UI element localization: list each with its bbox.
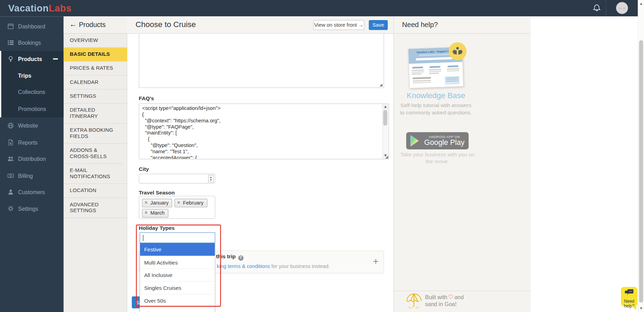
sidebar-item-settings[interactable]: Settings: [0, 200, 64, 217]
spin-up-icon[interactable]: ▲: [210, 176, 212, 178]
travel-season-multiselect[interactable]: ×January×February ×March: [139, 196, 215, 219]
option-multi-activities[interactable]: Multi Activities: [140, 256, 215, 269]
help-question-icon[interactable]: ?: [238, 255, 243, 261]
sidebar-item-label: Collections: [18, 89, 45, 95]
billing-icon: [7, 172, 14, 179]
heart-icon: ♡: [448, 294, 454, 301]
scroll-up-icon[interactable]: ▲: [383, 104, 388, 110]
sidebar-item-label: Products: [18, 56, 42, 62]
beach-umbrella-icon: [405, 292, 423, 310]
thumb-subtitle-bar: [419, 54, 451, 56]
page-header: Choose to Cruise View on store front → S…: [127, 16, 393, 34]
app-window: VacationLabs 50 x 50 Dashboard Bookings …: [0, 0, 644, 312]
option-discovery-tours[interactable]: Discovery Tours: [140, 307, 215, 312]
faq-textarea[interactable]: <script type="application/ld+json"> { "@…: [139, 103, 389, 159]
travel-season-label: Travel Season: [139, 190, 175, 196]
page-background: [531, 16, 638, 312]
sidebar-item-distribution[interactable]: Distribution: [0, 151, 64, 167]
sidebar-item-bookings[interactable]: Bookings: [0, 34, 64, 51]
help-panel-title: Need help?: [402, 21, 438, 29]
page-scrollbar[interactable]: ▲ ▼: [638, 0, 644, 312]
tab-extra-booking-fields[interactable]: EXTRA BOOKING FIELDS: [64, 123, 128, 144]
report-icon: [7, 139, 14, 146]
spin-down-icon[interactable]: ▼: [210, 179, 212, 181]
sidebar-item-label: Dashboard: [18, 23, 45, 29]
main-sidebar: Dashboard Bookings Products Trips Collec…: [0, 16, 64, 312]
view-on-storefront-button[interactable]: View on store front →: [314, 20, 364, 30]
holiday-types-search-input[interactable]: [140, 232, 215, 243]
scrollbar-thumb[interactable]: [383, 110, 387, 125]
season-tag-label: February: [183, 200, 204, 206]
option-festive[interactable]: Festive: [140, 243, 215, 256]
tab-location[interactable]: LOCATION: [64, 184, 128, 198]
back-arrow-icon: ←: [69, 20, 77, 29]
option-singles-cruises[interactable]: Singles Cruises: [140, 281, 215, 294]
reading-book-icon: [452, 45, 464, 58]
sidebar-item-label: Promotions: [18, 106, 46, 112]
sidebar-item-label: Settings: [18, 206, 38, 212]
gear-icon: [7, 205, 14, 212]
submenu-list: OVERVIEW BASIC DETAILS PRICES & RATES CA…: [64, 34, 128, 218]
scroll-down-icon[interactable]: ▼: [638, 305, 644, 311]
sidebar-item-customers[interactable]: Customers: [0, 184, 64, 200]
sidebar-item-label: Website: [18, 123, 38, 129]
products-submenu: ← Products OVERVIEW BASIC DETAILS PRICES…: [64, 16, 128, 312]
scroll-up-icon[interactable]: ▲: [638, 1, 644, 7]
tab-calendar[interactable]: CALENDAR: [64, 76, 128, 89]
city-spinner-control[interactable]: ▲▼: [208, 175, 213, 182]
lightbulb-icon: [7, 56, 14, 62]
add-icon[interactable]: +: [373, 256, 379, 266]
knowledge-base-link[interactable]: Knowledge Base: [394, 91, 478, 100]
sidebar-item-products[interactable]: Products: [0, 51, 64, 67]
built-with-love-text: Built with♡and sand in Goa!: [425, 294, 464, 308]
collapse-minus-icon[interactable]: [53, 58, 58, 60]
tab-overview[interactable]: OVERVIEW: [64, 34, 128, 47]
faq-label: FAQ's: [139, 95, 154, 102]
tab-email-notifications[interactable]: E-MAIL NOTIFICATIONS: [64, 164, 128, 184]
sidebar-item-billing[interactable]: Billing: [0, 167, 64, 184]
tab-settings[interactable]: SETTINGS: [64, 89, 128, 103]
cancellation-text: king terms & conditions for your busines…: [217, 263, 330, 269]
need-help-chat-tab[interactable]: Need help?: [621, 287, 637, 306]
notifications-bell-icon[interactable]: [592, 4, 601, 13]
sidebar-item-label: Reports: [18, 139, 37, 146]
remove-tag-icon[interactable]: ×: [177, 200, 180, 206]
sidebar-item-dashboard[interactable]: Dashboard: [0, 18, 64, 34]
sidebar-item-reports[interactable]: Reports: [0, 134, 64, 150]
option-all-inclusive[interactable]: All Inclusive: [140, 269, 215, 281]
resize-handle-icon[interactable]: ◢: [379, 83, 382, 87]
page-title: Choose to Cruise: [136, 20, 196, 29]
tab-basic-details[interactable]: BASIC DETAILS: [64, 47, 128, 61]
holiday-types-options-list: Festive Multi Activities All Inclusive S…: [140, 243, 215, 312]
sidebar-products-group: Products Trips Collections Promotions: [0, 51, 64, 118]
user-avatar[interactable]: 50 x 50: [616, 2, 628, 14]
help-panel-footer: Built with♡and sand in Goa!: [394, 291, 531, 312]
remove-tag-icon[interactable]: ×: [145, 210, 147, 216]
tab-advanced-settings[interactable]: ADVANCED SETTINGS: [64, 198, 128, 218]
google-play-badge[interactable]: ANDROID APP ON Google Play: [406, 132, 469, 149]
resize-handle-icon[interactable]: ◢: [385, 155, 388, 159]
google-play-big-text: Google Play: [422, 138, 467, 147]
faq-scrollbar[interactable]: ▲ ▼: [383, 104, 388, 158]
topbar-divider: [606, 0, 606, 16]
sidebar-item-label: Distribution: [18, 156, 46, 162]
scrollbar-thumb[interactable]: [639, 40, 643, 303]
text-caret: [143, 235, 143, 241]
list-icon: [7, 40, 14, 46]
sidebar-item-website[interactable]: Website: [0, 118, 64, 134]
tab-prices-rates[interactable]: PRICES & RATES: [64, 62, 128, 76]
submenu-back-header[interactable]: ← Products: [64, 16, 128, 34]
brand-logo[interactable]: VacationLabs: [8, 3, 72, 14]
option-over-50s[interactable]: Over 50s: [140, 294, 215, 307]
remove-tag-icon[interactable]: ×: [145, 200, 147, 206]
thumb-column: [411, 67, 425, 76]
terms-conditions-link[interactable]: king terms & conditions: [217, 263, 270, 269]
season-tag-label: March: [150, 210, 164, 216]
city-label: City: [139, 166, 149, 172]
tab-addons-cross-sells[interactable]: ADDONS & CROSS-SELLS: [64, 144, 123, 164]
tab-detailed-itinerary[interactable]: DETAILED ITINERARY: [64, 103, 128, 123]
city-input[interactable]: ▲▼: [139, 174, 215, 183]
save-button[interactable]: Save: [369, 20, 388, 30]
description-textarea[interactable]: ◢: [139, 34, 384, 88]
sidebar-item-label: Bookings: [18, 40, 41, 46]
